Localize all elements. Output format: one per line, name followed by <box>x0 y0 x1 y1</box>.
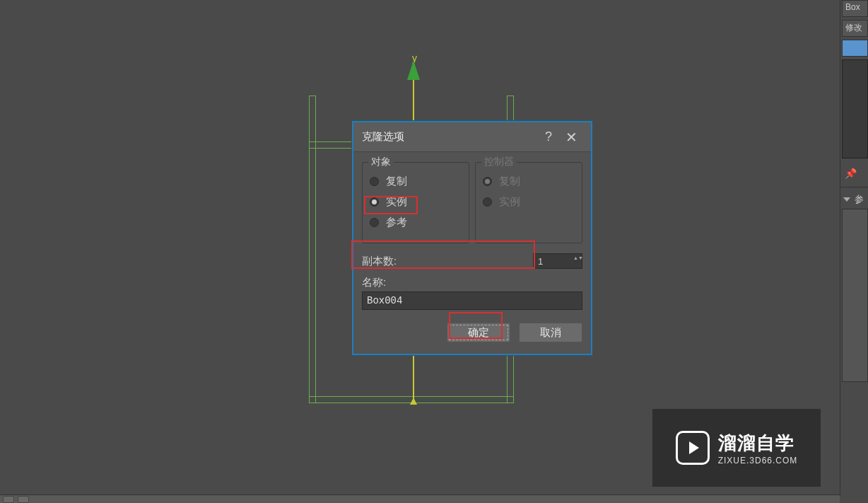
cancel-button[interactable]: 取消 <box>519 323 582 342</box>
object-name-field[interactable]: Box <box>842 0 868 17</box>
help-button[interactable]: ? <box>537 126 560 149</box>
modifier-stack[interactable] <box>842 59 868 158</box>
copies-label: 副本数: <box>362 255 533 268</box>
radio-icon <box>370 197 379 207</box>
rollout-label: 参 <box>855 193 864 206</box>
radio-icon <box>370 177 379 186</box>
dialog-titlebar[interactable]: 克隆选项 ? ✕ <box>353 122 591 152</box>
name-input[interactable] <box>362 291 582 310</box>
ok-button-label: 确定 <box>468 326 489 340</box>
clone-options-dialog: 克隆选项 ? ✕ 对象 复制 实例 参考 <box>352 121 592 355</box>
chevron-down-icon <box>843 197 850 202</box>
radio-icon <box>370 218 379 227</box>
controller-group: 控制器 复制 实例 <box>475 162 582 243</box>
modifier-stack-item[interactable] <box>842 40 868 57</box>
controller-group-legend: 控制器 <box>481 156 517 168</box>
object-group: 对象 复制 实例 参考 <box>362 162 469 243</box>
object-reference-radio[interactable]: 参考 <box>370 214 462 230</box>
rollout-body[interactable] <box>842 209 868 382</box>
timeline-button[interactable] <box>18 496 29 503</box>
radio-icon <box>483 197 492 207</box>
dialog-title: 克隆选项 <box>362 130 537 144</box>
copies-value: 1 <box>538 256 543 267</box>
watermark-play-icon <box>676 431 710 465</box>
controller-copy-radio: 复制 <box>483 173 575 189</box>
y-axis-marker-icon <box>410 398 417 405</box>
panel-pin-row: 📌 <box>840 163 868 184</box>
modifier-list-dropdown[interactable]: 修改 <box>842 20 868 37</box>
copies-spinner[interactable]: 1 ▲▼ <box>533 253 582 269</box>
controller-instance-radio: 实例 <box>483 194 575 209</box>
panel-divider <box>840 187 868 187</box>
command-panel: Box 修改 📌 参 <box>840 0 868 495</box>
object-group-legend: 对象 <box>368 156 394 168</box>
radio-label: 实例 <box>499 195 520 209</box>
close-icon: ✕ <box>565 129 577 146</box>
parameters-rollout-header[interactable]: 参 <box>840 190 868 209</box>
close-button[interactable]: ✕ <box>560 126 582 149</box>
radio-label: 复制 <box>386 175 407 188</box>
cancel-button-label: 取消 <box>540 326 561 340</box>
ok-button[interactable]: 确定 <box>447 323 510 342</box>
timeline-button[interactable] <box>3 496 14 503</box>
copies-row: 副本数: 1 ▲▼ <box>362 253 582 269</box>
watermark: 溜溜自学 ZIXUE.3D66.COM <box>652 409 821 487</box>
spinner-arrows-icon[interactable]: ▲▼ <box>573 255 580 261</box>
help-icon: ? <box>545 129 552 144</box>
radio-icon <box>483 177 492 186</box>
name-label: 名称: <box>362 276 582 289</box>
object-instance-radio[interactable]: 实例 <box>370 194 462 209</box>
watermark-title: 溜溜自学 <box>718 431 798 456</box>
y-axis-arrow-icon <box>407 60 420 80</box>
object-copy-radio[interactable]: 复制 <box>370 173 462 189</box>
timeline-bar[interactable] <box>0 495 840 503</box>
radio-label: 参考 <box>386 216 407 229</box>
radio-label: 实例 <box>386 195 407 209</box>
pin-icon[interactable]: 📌 <box>845 168 857 179</box>
watermark-url: ZIXUE.3D66.COM <box>718 456 798 466</box>
radio-label: 复制 <box>499 175 520 188</box>
